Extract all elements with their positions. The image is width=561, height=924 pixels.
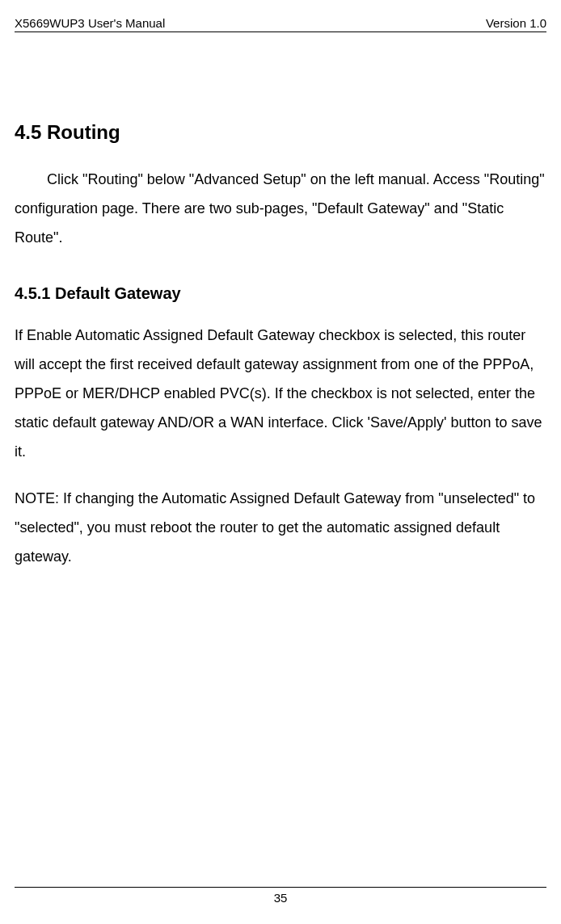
routing-body: Click "Routing" below "Advanced Setup" o… (15, 165, 546, 252)
default-gateway-body-1: If Enable Automatic Assigned Default Gat… (15, 321, 546, 466)
page-number: 35 (274, 891, 288, 905)
page-footer: 35 (15, 887, 546, 905)
default-gateway-heading: 4.5.1 Default Gateway (15, 284, 546, 303)
page-header: X5669WUP3 User's Manual Version 1.0 (15, 16, 546, 32)
header-right: Version 1.0 (486, 16, 546, 30)
header-left: X5669WUP3 User's Manual (15, 16, 165, 30)
default-gateway-body-2: NOTE: If changing the Automatic Assigned… (15, 484, 546, 571)
routing-heading: 4.5 Routing (15, 121, 546, 144)
